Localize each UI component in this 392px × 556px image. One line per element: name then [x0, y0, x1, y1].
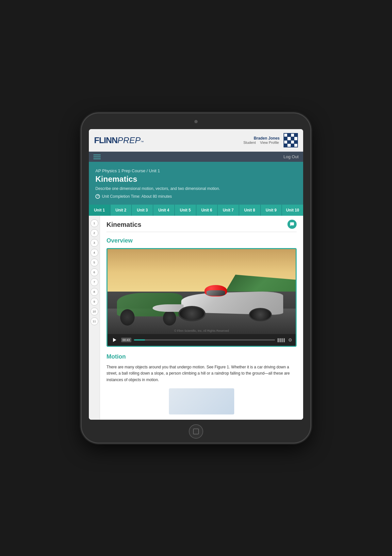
tab-unit-6[interactable]: Unit 6	[196, 205, 218, 216]
tab-unit-7[interactable]: Unit 7	[218, 205, 239, 216]
hamburger-line-3	[93, 159, 101, 159]
logo-tm: ™	[140, 140, 144, 144]
video-time: 00:43	[121, 338, 131, 342]
logo: FLINNPREP™	[94, 135, 144, 145]
header-right: Braden Jones Student View Profile	[243, 133, 298, 147]
wheel-front	[249, 308, 272, 321]
view-profile-link[interactable]: View Profile	[260, 141, 279, 144]
progress-bar[interactable]	[134, 339, 275, 341]
side-nav-item-7[interactable]: 7	[90, 278, 98, 286]
progress-fill	[134, 339, 145, 341]
side-nav-item-1[interactable]: 1	[90, 219, 98, 227]
video-container: © Flinn Scientific, Inc. All Rights Rese…	[106, 248, 297, 347]
user-info: Braden Jones Student View Profile	[243, 136, 280, 144]
tablet-home-inner	[193, 429, 199, 434]
hamburger-line-2	[93, 157, 101, 157]
overview-heading: Overview	[106, 237, 297, 244]
side-nav-item-11[interactable]: 11	[90, 317, 98, 325]
user-role: Student	[243, 141, 256, 144]
clock-icon	[95, 194, 100, 199]
video-thumbnail[interactable]: © Flinn Scientific, Inc. All Rights Rese…	[107, 249, 296, 334]
motion-text: There are many objects around you that u…	[106, 364, 297, 383]
side-nav-item-8[interactable]: 8	[90, 288, 98, 296]
tablet-home-button[interactable]	[189, 424, 203, 439]
logo-flinn: FLINN	[94, 135, 118, 145]
settings-icon[interactable]: ⚙	[288, 337, 292, 343]
volume-bars-icon[interactable]: ▌▌▌▌	[278, 338, 286, 342]
section-divider	[106, 232, 297, 232]
tab-unit-8[interactable]: Unit 8	[239, 205, 261, 216]
nav-bar: Log Out	[89, 152, 303, 162]
user-name: Braden Jones	[243, 136, 280, 141]
play-button[interactable]	[111, 336, 119, 344]
play-icon	[113, 338, 116, 342]
site-header: FLINNPREP™ Braden Jones Student View Pro…	[89, 129, 303, 152]
tab-unit-4[interactable]: Unit 4	[153, 205, 175, 216]
section-heading: Kinematics	[106, 221, 141, 228]
side-nav: 1 2 3 4 5 6 7 8 9 10 11	[89, 216, 100, 420]
tablet: FLINNPREP™ Braden Jones Student View Pro…	[82, 113, 310, 443]
chat-bubble-icon	[290, 222, 294, 227]
course-description: Describe one dimensional motion, vectors…	[95, 186, 297, 191]
completion-time: Unit Completion Time: About 80 minutes	[102, 194, 172, 199]
video-watermark: © Flinn Scientific, Inc. All Rights Rese…	[174, 329, 229, 332]
tab-unit-3[interactable]: Unit 3	[132, 205, 153, 216]
car-secondary	[117, 279, 183, 326]
avatar	[284, 133, 298, 147]
chat-icon[interactable]	[287, 220, 297, 229]
side-nav-item-6[interactable]: 6	[90, 268, 98, 276]
motion-heading: Motion	[106, 353, 297, 360]
course-time: Unit Completion Time: About 80 minutes	[95, 194, 297, 199]
course-header: AP Physics 1 Prep Course / Unit 1 Kinema…	[89, 162, 303, 205]
tablet-camera	[194, 120, 198, 123]
logo-prep: PREP	[118, 135, 141, 145]
car-visor	[206, 290, 225, 295]
side-nav-item-4[interactable]: 4	[90, 249, 98, 257]
car-scene: © Flinn Scientific, Inc. All Rights Rese…	[107, 249, 296, 334]
car2-wheel-back	[120, 309, 135, 326]
tablet-screen: FLINNPREP™ Braden Jones Student View Pro…	[89, 129, 303, 420]
side-nav-item-5[interactable]: 5	[90, 259, 98, 266]
logout-button[interactable]: Log Out	[284, 154, 299, 159]
car-main	[173, 283, 277, 321]
figure-placeholder	[169, 388, 234, 414]
main-content: Kinematics Overview	[100, 216, 303, 420]
tab-unit-2[interactable]: Unit 2	[110, 205, 132, 216]
wheel-back	[178, 306, 205, 321]
side-nav-item-2[interactable]: 2	[90, 229, 98, 237]
tab-unit-5[interactable]: Unit 5	[175, 205, 196, 216]
tab-unit-10[interactable]: Unit 10	[282, 205, 303, 216]
unit-tabs: Unit 1 Unit 2 Unit 3 Unit 4 Unit 5 Unit …	[89, 205, 303, 216]
tab-unit-9[interactable]: Unit 9	[261, 205, 282, 216]
side-nav-item-3[interactable]: 3	[90, 239, 98, 247]
side-nav-item-9[interactable]: 9	[90, 298, 98, 306]
content-area: 1 2 3 4 5 6 7 8 9 10 11 Kinematics	[89, 216, 303, 420]
user-links: Student View Profile	[243, 141, 280, 144]
course-title: Kinematics	[95, 175, 297, 184]
video-controls: 00:43 ▌▌▌▌ ⚙	[107, 334, 296, 346]
hamburger-menu[interactable]	[93, 155, 101, 159]
hamburger-line-1	[93, 155, 101, 155]
side-nav-item-10[interactable]: 10	[90, 308, 98, 315]
breadcrumb: AP Physics 1 Prep Course / Unit 1	[95, 168, 297, 173]
tab-unit-1[interactable]: Unit 1	[89, 205, 110, 216]
